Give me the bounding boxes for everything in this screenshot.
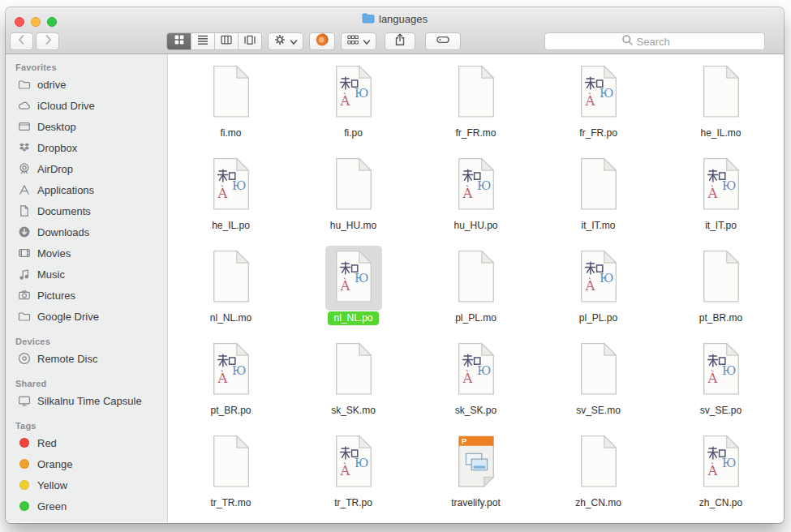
svg-text:Ю: Ю: [599, 272, 613, 285]
file-item-pl-pl-po[interactable]: Ю À pl_PL.po: [537, 244, 660, 337]
sidebar-item-silkalnu-time-capsule[interactable]: Silkalnu Time Capsule: [6, 390, 167, 411]
file-item-pt-br-mo[interactable]: pt_BR.mo: [660, 244, 782, 337]
sidebar-item-red[interactable]: Red: [6, 432, 167, 453]
sidebar-item-google-drive[interactable]: Google Drive: [6, 306, 167, 327]
sidebar-item-airdrop[interactable]: AirDrop: [6, 158, 167, 179]
file-item-fi-mo[interactable]: fi.mo: [170, 59, 292, 152]
file-item-hu-hu-mo[interactable]: hu_HU.mo: [292, 152, 415, 244]
sidebar-item-movies[interactable]: Movies: [6, 242, 167, 264]
document-blank-icon: [698, 64, 745, 119]
sidebar-item-downloads[interactable]: Downloads: [6, 221, 167, 242]
coverflow-view-button[interactable]: [238, 33, 261, 49]
file-item-fi-po[interactable]: Ю À fi.po: [292, 59, 415, 152]
file-item-nl-nl-mo[interactable]: nl_NL.mo: [170, 244, 292, 337]
gear-icon: [273, 33, 286, 49]
file-item-he-il-mo[interactable]: he_IL.mo: [660, 59, 782, 152]
file-item-it-it-po[interactable]: Ю À it_IT.po: [660, 152, 782, 244]
file-item-it-it-mo[interactable]: it_IT.mo: [537, 152, 660, 244]
file-item-sv-se-po[interactable]: Ю À sv_SE.po: [660, 337, 782, 429]
sidebar-item-label: odrive: [37, 79, 66, 91]
svg-text:À: À: [462, 185, 473, 201]
sidebar-item-label: Desktop: [37, 121, 76, 133]
column-view-button[interactable]: [214, 33, 238, 49]
file-item-sv-se-mo[interactable]: sv_SE.mo: [537, 337, 660, 429]
sidebar-item-pictures[interactable]: Pictures: [6, 285, 167, 306]
svg-text:P: P: [461, 436, 466, 445]
sidebar-item-green[interactable]: Green: [6, 496, 167, 517]
arrange-menu-button[interactable]: [341, 32, 376, 50]
file-grid: fi.mo Ю À fi.po fr_FR.mo Ю À fr_FR.po he…: [170, 59, 782, 521]
file-item-travelify-pot[interactable]: P travelify.pot: [415, 429, 537, 521]
sidebar-item-label: Google Drive: [37, 311, 99, 323]
display-icon: [17, 394, 31, 407]
svg-text:À: À: [707, 370, 718, 386]
sidebar-item-desktop[interactable]: Desktop: [6, 116, 167, 137]
document-translation-icon: Ю À: [698, 434, 745, 489]
file-item-fr-fr-mo[interactable]: fr_FR.mo: [415, 59, 537, 152]
file-item-pt-br-po[interactable]: Ю À pt_BR.po: [170, 337, 292, 429]
document-blank-icon: [330, 157, 377, 212]
disc-icon: [17, 352, 31, 365]
toolbar: [6, 31, 784, 52]
document-blank-icon: [453, 64, 500, 119]
sidebar-section-tags: Tags Red Orange Yellow Green: [6, 421, 167, 517]
chevron-down-icon: [363, 34, 371, 49]
sidebar-item-label: AirDrop: [37, 163, 73, 175]
action-menu-button[interactable]: [268, 32, 303, 50]
chevron-right-icon: [41, 33, 54, 49]
tag-dot: [17, 457, 31, 470]
sidebar-item-odrive[interactable]: odrive: [6, 74, 167, 95]
file-name-label: fr_FR.mo: [449, 127, 501, 140]
file-item-sk-sk-po[interactable]: Ю À sk_SK.po: [415, 337, 537, 429]
column-view-icon: [220, 33, 233, 49]
svg-text:À: À: [217, 370, 228, 386]
sidebar-item-label: Downloads: [37, 226, 89, 238]
file-item-tr-tr-mo[interactable]: tr_TR.mo: [170, 429, 292, 521]
odrive-button[interactable]: [309, 32, 335, 50]
file-item-nl-nl-po[interactable]: Ю À nl_NL.po: [292, 244, 415, 337]
file-item-sk-sk-mo[interactable]: sk_SK.mo: [292, 337, 415, 429]
search-input[interactable]: [637, 36, 689, 48]
file-item-zh-cn-mo[interactable]: zh_CN.mo: [537, 429, 660, 521]
list-view-button[interactable]: [191, 33, 214, 49]
file-item-zh-cn-po[interactable]: Ю À zh_CN.po: [660, 429, 782, 521]
sidebar-item-icloud-drive[interactable]: iCloud Drive: [6, 95, 167, 116]
file-name-label: sv_SE.po: [694, 404, 747, 418]
file-item-hu-hu-po[interactable]: Ю À hu_HU.po: [415, 152, 537, 244]
sidebar-item-remote-disc[interactable]: Remote Disc: [6, 348, 167, 369]
icon-view-button[interactable]: [167, 33, 191, 49]
search-field[interactable]: [544, 32, 765, 50]
document-blank-icon: [575, 434, 622, 489]
sidebar-item-label: Pictures: [37, 290, 75, 302]
sidebar-section-favorites: Favorites odrive iCloud Drive Desktop Dr…: [6, 62, 167, 327]
cloud-icon: [17, 99, 31, 112]
forward-button[interactable]: [36, 32, 59, 50]
odrive-icon: [315, 32, 329, 50]
sidebar-item-label: Orange: [37, 458, 72, 470]
sidebar-item-applications[interactable]: Applications: [6, 179, 167, 200]
sidebar-item-dropbox[interactable]: Dropbox: [6, 137, 167, 158]
sidebar: Favorites odrive iCloud Drive Desktop Dr…: [6, 54, 168, 522]
sidebar-item-yellow[interactable]: Yellow: [6, 474, 167, 496]
file-item-pl-pl-mo[interactable]: pl_PL.mo: [415, 244, 537, 337]
sidebar-section-shared: Shared Silkalnu Time Capsule: [6, 379, 167, 411]
sidebar-item-music[interactable]: Music: [6, 264, 167, 285]
file-item-fr-fr-po[interactable]: Ю À fr_FR.po: [537, 59, 660, 152]
back-button[interactable]: [10, 32, 33, 50]
file-item-tr-tr-po[interactable]: Ю À tr_TR.po: [292, 429, 415, 521]
sidebar-item-orange[interactable]: Orange: [6, 453, 167, 474]
sidebar-item-documents[interactable]: Documents: [6, 200, 167, 221]
tag-button[interactable]: [425, 32, 461, 50]
window-chrome: languages: [6, 7, 784, 54]
sidebar-section-devices: Devices Remote Disc: [6, 337, 167, 369]
share-button[interactable]: [385, 32, 415, 50]
desktop-icon: [17, 120, 31, 133]
view-mode-segmented-control: [166, 32, 262, 50]
sidebar-item-label: Applications: [37, 184, 94, 196]
file-name-label: it_IT.mo: [575, 219, 621, 233]
file-item-he-il-po[interactable]: Ю À he_IL.po: [170, 152, 292, 244]
folder-icon: [17, 78, 31, 91]
sidebar-section-header: Shared: [15, 379, 167, 388]
svg-text:À: À: [339, 277, 350, 294]
svg-text:À: À: [584, 277, 595, 294]
